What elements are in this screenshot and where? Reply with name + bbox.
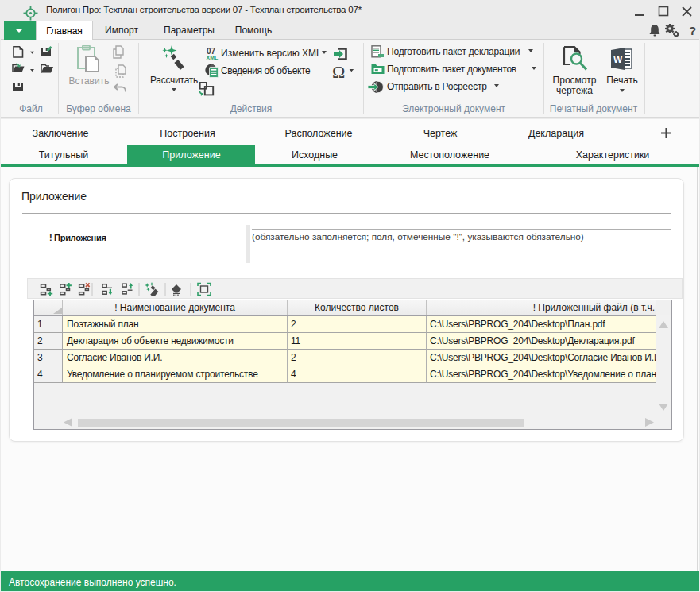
svg-text:W: W bbox=[613, 54, 623, 65]
svg-text:Ω: Ω bbox=[332, 63, 345, 80]
svg-text:?: ? bbox=[689, 24, 696, 37]
svg-text:XML: XML bbox=[207, 55, 219, 60]
